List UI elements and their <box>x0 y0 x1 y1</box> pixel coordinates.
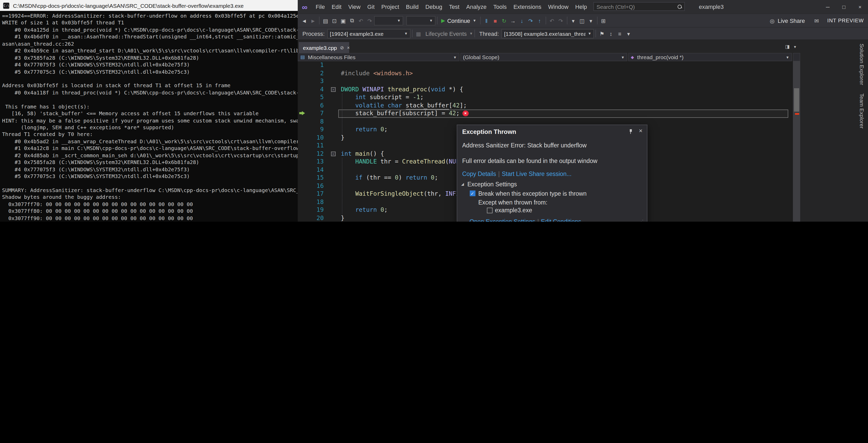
code-text: } <box>341 214 344 222</box>
current-statement-arrow-icon <box>299 111 305 115</box>
console-line: HINT: this may be a false positive if yo… <box>2 117 298 124</box>
console-line: #0 0x4a118f in thread_proc(void *) C:\MS… <box>2 89 298 96</box>
code-text: if (thr == 0) return 0; <box>341 174 438 182</box>
line-number: 9 <box>298 126 324 134</box>
except-from-label: Except when thrown from: <box>478 199 548 206</box>
console-title: C:\MSDN\cpp-docs-pr\docs\c-language\ASAN… <box>13 2 244 8</box>
line-number: 20 <box>298 214 324 222</box>
exception-error-icon[interactable]: × <box>462 110 468 116</box>
line-number: 2 <box>298 69 324 77</box>
pin-icon[interactable] <box>628 129 632 134</box>
console-line: #3 0x7585fa28 (C:\WINDOWS\System32\KERNE… <box>2 54 298 61</box>
console-line: #0 0x4b5ad2 in __asan_wrap_CreateThread … <box>2 138 298 145</box>
console-line: ==19924==ERROR: AddressSanitizer: stack-… <box>2 12 298 20</box>
console-line: 0x3077ff80: 00 00 00 00 00 00 00 00 00 0… <box>2 208 298 215</box>
int-preview-badge: INT PREVIEW <box>827 18 864 23</box>
console-window: C:\ C:\MSDN\cpp-docs-pr\docs\c-language\… <box>0 0 298 222</box>
tab-overflow-icon[interactable]: ▾ <box>794 45 796 49</box>
console-line <box>2 75 298 82</box>
open-exception-settings-link[interactable]: Open Exception Settings <box>469 218 535 222</box>
exception-message: Address Sanitizer Error: Stack buffer un… <box>462 142 587 148</box>
separator: | <box>535 218 541 222</box>
line-number: 5 <box>298 94 324 101</box>
code-line-1[interactable]: 1 <box>298 61 793 69</box>
line-number: 1 <box>298 61 324 69</box>
code-line-7[interactable]: 7 stack_buffer[subscript] = 42; <box>298 109 793 117</box>
code-line-6[interactable]: 6 volatile char stack_buffer[42]; <box>298 101 793 109</box>
exception-detail: Full error details can be found in the o… <box>462 158 597 164</box>
module-checkbox[interactable] <box>487 208 492 213</box>
line-number: 18 <box>298 198 324 206</box>
console-line: This frame has 1 object(s): <box>2 103 298 110</box>
line-number: 11 <box>298 142 324 150</box>
code-line-2[interactable]: 2#include <windows.h> <box>298 69 793 77</box>
line-number: 3 <box>298 77 324 86</box>
edit-conditions-link[interactable]: Edit Conditions <box>541 218 581 222</box>
console-line: Thread T1 created by T0 here: <box>2 131 298 138</box>
navbar-splitter-box[interactable] <box>793 53 800 61</box>
break-checkbox-label[interactable]: Break when this exception type is thrown <box>478 191 587 197</box>
line-number: 4 <box>298 86 324 94</box>
code-text: volatile char stack_buffer[42]; <box>341 101 467 109</box>
line-number: 10 <box>298 134 324 142</box>
error-mark[interactable] <box>795 113 799 115</box>
console-line: #5 0x777075c3 (C:\WINDOWS\SYSTEM32\ntdll… <box>2 68 298 75</box>
editor-scrollbar-thumb[interactable] <box>794 88 799 112</box>
line-number: 13 <box>298 158 324 166</box>
code-text: return 0; <box>341 126 388 134</box>
code-text: int subscript = -1; <box>341 94 424 101</box>
fold-marker-icon[interactable]: - <box>331 151 336 156</box>
console-output: ==19924==ERROR: AddressSanitizer: stack-… <box>0 11 298 222</box>
code-line-3[interactable]: 3 <box>298 77 793 86</box>
console-titlebar[interactable]: C:\ C:\MSDN\cpp-docs-pr\docs\c-language\… <box>0 0 298 11</box>
console-line: #1 0x4a12c8 in main C:\MSDN\cpp-docs-pr\… <box>2 145 298 152</box>
popup-title: Exception Thrown <box>462 128 516 135</box>
separator: | <box>496 171 502 177</box>
console-line: WRITE of size 1 at 0x03bffe5f thread T1 <box>2 20 298 27</box>
sidebar-tab-team-explorer[interactable]: Team Explorer <box>859 94 865 129</box>
fold-marker-icon[interactable]: - <box>331 87 336 92</box>
code-text: int main() { <box>341 150 384 158</box>
start-live-share-link[interactable]: Start Live Share session... <box>502 171 571 177</box>
code-line-4[interactable]: 4-DWORD WINAPI thread_proc(void *) { <box>298 86 793 94</box>
right-dock-area: Solution ExplorerTeam Explorer <box>800 39 868 222</box>
exception-settings-header[interactable]: Exception Settings <box>467 181 517 188</box>
line-number: 6 <box>298 101 324 109</box>
line-number: 19 <box>298 206 324 214</box>
line-number: 12 <box>298 150 324 158</box>
console-line: #4 0x777075f3 (C:\WINDOWS\SYSTEM32\ntdll… <box>2 166 298 173</box>
module-checkbox-label[interactable]: example3.exe <box>495 207 532 213</box>
console-line <box>2 96 298 103</box>
exception-helper-popup: Exception Thrown × Address Sanitizer Err… <box>457 125 647 222</box>
line-number: 16 <box>298 182 324 190</box>
expander-icon[interactable]: ◢ <box>461 182 464 186</box>
break-checkbox[interactable]: ✓ <box>469 191 475 196</box>
console-line: Shadow bytes around the buggy address: <box>2 194 298 201</box>
console-line: 0x3077ff90: 00 00 00 00 00 00 00 00 00 0… <box>2 215 298 222</box>
maximize-button[interactable]: □ <box>836 0 852 13</box>
screen: C:\ C:\MSDN\cpp-docs-pr\docs\c-language\… <box>0 0 868 222</box>
console-line: [16, 58) 'stack_buffer' <== Memory acces… <box>2 110 298 117</box>
window-controls: ─ □ × <box>820 0 868 13</box>
code-line-5[interactable]: 5 int subscript = -1; <box>298 94 793 101</box>
console-line: #5 0x777075c3 (C:\WINDOWS\SYSTEM32\ntdll… <box>2 173 298 180</box>
resize-grip[interactable]: ⋰ <box>639 218 645 222</box>
close-popup-icon[interactable]: × <box>639 127 643 134</box>
code-text: return 0; <box>341 206 388 214</box>
line-number: 8 <box>298 117 324 126</box>
code-text: stack_buffer[subscript] = 42; <box>341 109 460 117</box>
code-text: #include <windows.h> <box>341 69 413 77</box>
code-text: DWORD WINAPI thread_proc(void *) { <box>341 86 463 94</box>
editor-scrollbar[interactable] <box>793 61 800 222</box>
console-line: SUMMARY: AddressSanitizer: stack-buffer-… <box>2 187 298 194</box>
console-line: #2 0x4d85ab in _scrt_common_main_seh d:\… <box>2 152 298 159</box>
close-button[interactable]: × <box>852 0 868 13</box>
minimize-button[interactable]: ─ <box>820 0 836 13</box>
sidebar-tab-solution-explorer[interactable]: Solution Explorer <box>859 44 865 85</box>
autohide-tabs: Solution ExplorerTeam Explorer <box>859 44 865 129</box>
copy-details-link[interactable]: Copy Details <box>462 171 496 177</box>
line-number: 15 <box>298 174 324 182</box>
cmd-icon: C:\ <box>3 2 9 8</box>
code-text: } <box>341 134 344 142</box>
feedback-icon[interactable]: ✉ <box>812 16 821 25</box>
